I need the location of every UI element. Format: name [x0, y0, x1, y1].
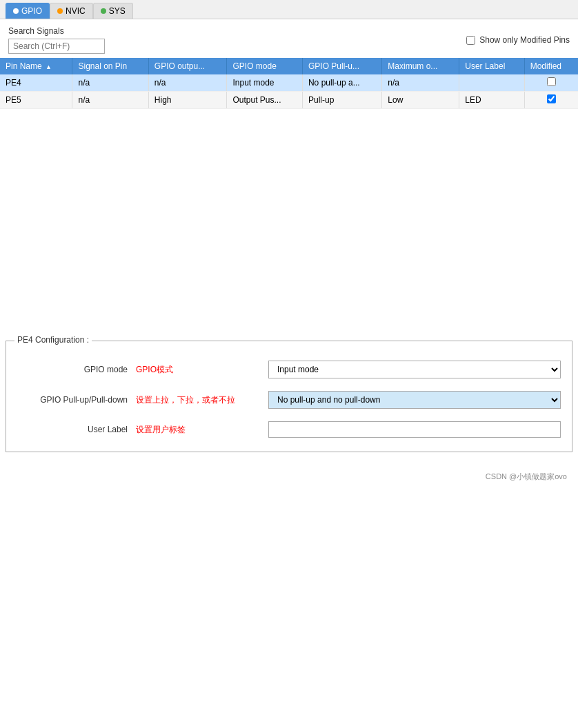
col-pin-name[interactable]: Pin Name ▲	[0, 58, 72, 74]
search-label: Search Signals	[8, 26, 105, 36]
footer-text: CSDN @小镇做题家ovo	[486, 472, 567, 481]
config-row-label: User Label	[17, 425, 128, 434]
config-title: PE4 Configuration :	[14, 335, 92, 345]
tab-nvic-label: NVIC	[66, 6, 86, 16]
col-gpio-mode[interactable]: GPIO mode	[227, 58, 302, 74]
config-select-0[interactable]: Input mode	[268, 361, 561, 378]
config-row: GPIO modeGPIO模式Input mode	[17, 361, 561, 378]
config-row-label: GPIO Pull-up/Pull-down	[17, 395, 128, 405]
table-row[interactable]: PE5n/aHighOutput Pus...Pull-upLowLED	[0, 92, 578, 109]
col-signal-on-pin[interactable]: Signal on Pin	[72, 58, 148, 74]
col-maximum-output[interactable]: Maximum o...	[382, 58, 459, 74]
config-row-annotation: 设置用户标签	[136, 424, 260, 436]
config-select-1[interactable]: No pull-up and no pull-down	[268, 391, 561, 409]
config-row-annotation: GPIO模式	[136, 364, 260, 376]
search-input[interactable]	[8, 39, 105, 54]
col-gpio-output[interactable]: GPIO outpu...	[148, 58, 227, 74]
sort-arrow-icon: ▲	[46, 63, 52, 70]
tab-gpio[interactable]: GPIO	[6, 3, 50, 19]
nvic-dot-icon	[57, 8, 63, 14]
search-left: Search Signals	[8, 26, 105, 54]
sys-dot-icon	[101, 8, 106, 14]
tab-sys-label: SYS	[109, 6, 126, 16]
config-row-label: GPIO mode	[17, 365, 128, 374]
search-area: Search Signals Show only Modified Pins	[0, 19, 578, 58]
col-user-label[interactable]: User Label	[459, 58, 524, 74]
modified-checkbox[interactable]	[547, 94, 556, 103]
footer: CSDN @小镇做题家ovo	[0, 466, 578, 487]
show-modified-label: Show only Modified Pins	[479, 35, 570, 45]
tab-bar: GPIO NVIC SYS	[0, 0, 578, 19]
config-row-annotation: 设置上拉，下拉，或者不拉	[136, 394, 260, 406]
col-gpio-pull[interactable]: GPIO Pull-u...	[302, 58, 381, 74]
config-input-2[interactable]	[268, 421, 561, 438]
config-row: User Label设置用户标签	[17, 421, 561, 438]
table-row[interactable]: PE4n/an/aInput modeNo pull-up a...n/a	[0, 74, 578, 92]
pin-table: Pin Name ▲ Signal on Pin GPIO outpu... G…	[0, 58, 578, 109]
config-section: PE4 Configuration : GPIO modeGPIO模式Input…	[6, 341, 572, 452]
tab-sys[interactable]: SYS	[93, 3, 133, 19]
table-body: PE4n/an/aInput modeNo pull-up a...n/aPE5…	[0, 74, 578, 109]
tab-gpio-label: GPIO	[21, 6, 42, 16]
config-row: GPIO Pull-up/Pull-down设置上拉，下拉，或者不拉No pul…	[17, 391, 561, 409]
gpio-dot-icon	[13, 8, 19, 14]
modified-checkbox[interactable]	[547, 77, 556, 86]
show-modified-container: Show only Modified Pins	[466, 35, 570, 45]
table-header: Pin Name ▲ Signal on Pin GPIO outpu... G…	[0, 58, 578, 74]
show-modified-checkbox[interactable]	[466, 36, 475, 45]
tab-nvic[interactable]: NVIC	[50, 3, 93, 19]
col-modified[interactable]: Modified	[524, 58, 578, 74]
